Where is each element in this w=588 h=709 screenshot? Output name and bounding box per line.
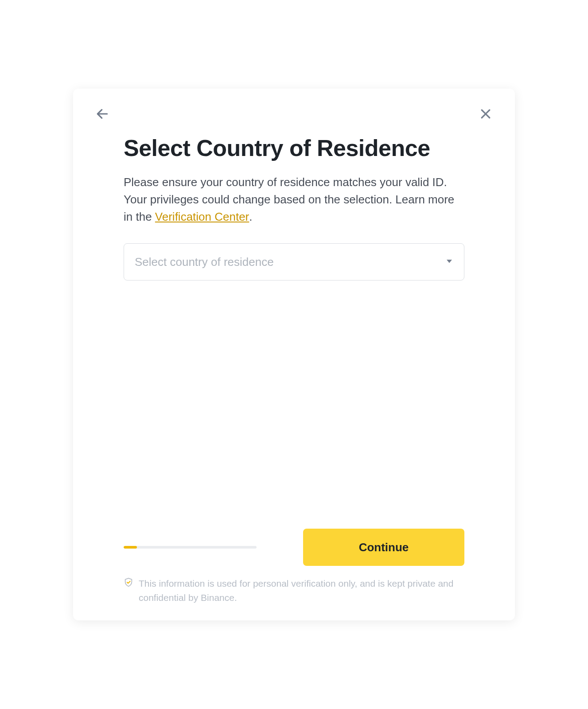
modal-footer: Continue This information is used for pe…: [124, 529, 464, 604]
arrow-left-icon: [95, 107, 109, 122]
residence-modal: Select Country of Residence Please ensur…: [73, 89, 515, 620]
country-select-placeholder: Select country of residence: [135, 255, 274, 269]
privacy-note: This information is used for personal ve…: [124, 577, 464, 604]
verification-center-link[interactable]: Verification Center: [155, 210, 249, 223]
country-select[interactable]: Select country of residence: [124, 243, 464, 280]
page-title: Select Country of Residence: [124, 135, 464, 161]
progress-bar: [124, 546, 257, 549]
description-text: Please ensure your country of residence …: [124, 174, 464, 226]
back-button[interactable]: [94, 106, 110, 122]
privacy-text: This information is used for personal ve…: [139, 577, 464, 604]
modal-content: Select Country of Residence Please ensur…: [124, 135, 464, 529]
modal-topbar: [94, 106, 494, 124]
close-button[interactable]: [478, 106, 494, 122]
shield-check-icon: [124, 577, 133, 591]
close-icon: [479, 107, 492, 122]
continue-button[interactable]: Continue: [303, 529, 464, 566]
caret-down-icon: [445, 257, 453, 267]
progress-bar-fill: [124, 546, 137, 549]
description-post: .: [249, 210, 252, 223]
footer-actions: Continue: [124, 529, 464, 566]
